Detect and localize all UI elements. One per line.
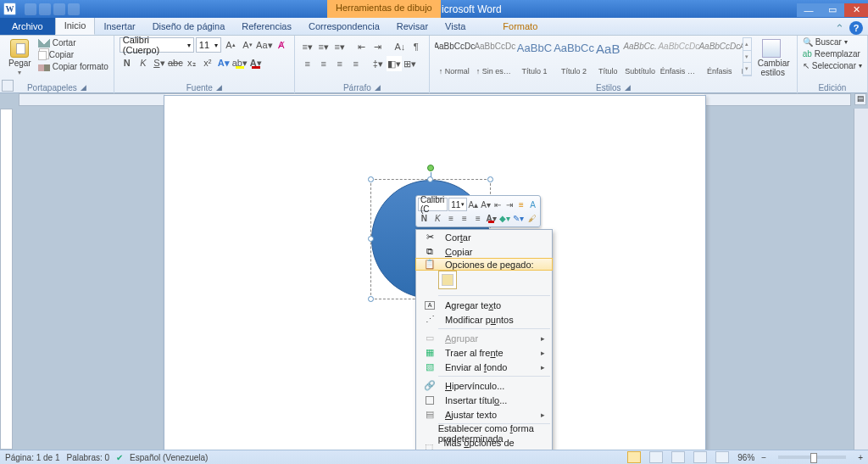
highlight-button[interactable]: ab▾ xyxy=(232,55,248,70)
font-name-combo[interactable]: Calibri (Cuerpo)▾ xyxy=(120,37,194,53)
justify-button[interactable]: ≡ xyxy=(348,56,364,71)
resize-handle-l[interactable] xyxy=(368,236,374,242)
align-right-button[interactable]: ≡ xyxy=(332,56,348,71)
tab-correspondencia[interactable]: Correspondencia xyxy=(300,18,388,35)
tab-selector[interactable] xyxy=(2,80,14,92)
zoom-in-button[interactable]: + xyxy=(858,453,863,462)
mini-align-center[interactable]: ≡ xyxy=(459,211,471,225)
ctx-add-text[interactable]: AAgregar texto xyxy=(416,298,552,312)
ctx-copy[interactable]: ⧉Copiar xyxy=(416,244,552,259)
grow-font-button[interactable]: A▴ xyxy=(223,37,238,53)
vertical-ruler[interactable] xyxy=(0,109,13,450)
mini-inc-indent[interactable]: ⇥ xyxy=(504,198,515,211)
ctx-wrap-text[interactable]: ▤Ajustar texto▸ xyxy=(416,407,552,422)
tab-vista[interactable]: Vista xyxy=(437,18,474,35)
view-draft[interactable] xyxy=(715,451,729,463)
status-words[interactable]: Palabras: 0 xyxy=(67,453,110,462)
tab-diseno-pagina[interactable]: Diseño de página xyxy=(144,18,234,35)
mini-align-right[interactable]: ≡ xyxy=(471,211,484,225)
italic-button[interactable]: K xyxy=(136,55,151,70)
superscript-button[interactable]: x² xyxy=(200,55,215,70)
tab-referencias[interactable]: Referencias xyxy=(233,18,300,35)
qat-customize-icon[interactable] xyxy=(68,3,80,15)
line-spacing-button[interactable]: ‡▾ xyxy=(370,56,386,71)
mini-grow-font[interactable]: A▴ xyxy=(468,198,480,211)
view-print-layout[interactable] xyxy=(627,451,641,463)
underline-button[interactable]: S▾ xyxy=(152,55,167,70)
ctx-insert-caption[interactable]: Insertar título... xyxy=(416,393,552,407)
change-styles-button[interactable]: Cambiar estilos xyxy=(752,37,792,79)
mini-outline-color[interactable]: ✎▾ xyxy=(512,211,525,225)
shading-button[interactable]: ◧▾ xyxy=(387,56,402,71)
zoom-out-button[interactable]: − xyxy=(761,453,766,462)
styles-scroll[interactable]: ▴▾▾ xyxy=(743,37,752,76)
mini-font-combo[interactable]: Calibri (C xyxy=(418,198,448,211)
status-language[interactable]: Español (Venezuela) xyxy=(130,453,208,462)
ctx-cut[interactable]: ✂Cortar xyxy=(416,230,552,244)
align-center-button[interactable]: ≡ xyxy=(316,56,331,71)
styles-gallery[interactable]: AaBbCcDc↑ Normal AaBbCcDc↑ Sin espa... A… xyxy=(435,37,743,76)
change-case-button[interactable]: Aa▾ xyxy=(257,37,272,53)
ctx-paste-options[interactable]: 📋Opciones de pegado: xyxy=(415,258,553,271)
close-button[interactable]: ✕ xyxy=(844,3,868,17)
find-button[interactable]: 🔍Buscar▾ xyxy=(803,37,848,47)
minimize-ribbon-icon[interactable]: ⌃ xyxy=(835,22,844,35)
sort-button[interactable]: A↓ xyxy=(392,39,408,54)
mini-italic[interactable]: K xyxy=(431,211,444,225)
mini-shrink-font[interactable]: A▾ xyxy=(480,198,492,211)
mini-bold[interactable]: N xyxy=(418,211,431,225)
help-icon[interactable]: ? xyxy=(849,21,863,35)
showmarks-button[interactable]: ¶ xyxy=(409,39,424,54)
increase-indent-button[interactable]: ⇥ xyxy=(370,39,386,54)
mini-bullets[interactable]: ≡ xyxy=(515,198,526,211)
view-web-layout[interactable] xyxy=(671,451,685,463)
paragraph-launcher-icon[interactable]: ◢ xyxy=(375,83,381,92)
align-left-button[interactable]: ≡ xyxy=(300,56,315,71)
mini-align-left[interactable]: ≡ xyxy=(445,211,458,225)
strike-button[interactable]: abc xyxy=(168,55,183,70)
font-launcher-icon[interactable]: ◢ xyxy=(216,83,222,92)
font-color-button[interactable]: A▾ xyxy=(248,55,264,70)
styles-launcher-icon[interactable]: ◢ xyxy=(625,83,631,92)
view-full-reading[interactable] xyxy=(649,451,663,463)
subscript-button[interactable]: x₂ xyxy=(184,55,199,70)
tab-insertar[interactable]: Insertar xyxy=(95,18,143,35)
replace-button[interactable]: abReemplazar xyxy=(803,49,860,59)
zoom-level[interactable]: 96% xyxy=(737,453,754,462)
borders-button[interactable]: ⊞▾ xyxy=(403,56,418,71)
numbering-button[interactable]: ≡▾ xyxy=(316,39,331,54)
vertical-scrollbar[interactable] xyxy=(854,109,868,450)
bullets-button[interactable]: ≡▾ xyxy=(300,39,315,54)
tab-inicio[interactable]: Inicio xyxy=(55,16,96,35)
view-outline[interactable] xyxy=(693,451,707,463)
paste-button[interactable]: Pegar ▾ xyxy=(5,37,35,78)
minimize-button[interactable]: — xyxy=(797,3,821,17)
ctx-edit-points[interactable]: ⋰Modificar puntos xyxy=(416,312,552,327)
cut-button[interactable]: Cortar xyxy=(38,37,108,48)
resize-handle-bl[interactable] xyxy=(368,296,374,302)
ctx-bring-front[interactable]: ▦Traer al frente▸ xyxy=(416,345,552,360)
ctx-hyperlink[interactable]: 🔗Hipervínculo... xyxy=(416,378,552,393)
mini-styles[interactable]: A xyxy=(527,198,538,211)
status-proofing-icon[interactable]: ✔ xyxy=(116,453,123,462)
decrease-indent-button[interactable]: ⇤ xyxy=(354,39,370,54)
maximize-button[interactable]: ▭ xyxy=(821,3,844,17)
clear-format-button[interactable]: Ⱥ xyxy=(274,37,289,53)
multilevel-button[interactable]: ≡▾ xyxy=(332,39,348,54)
text-effects-button[interactable]: A▾ xyxy=(216,55,231,70)
resize-handle-tr[interactable] xyxy=(487,176,493,182)
copy-button[interactable]: Copiar xyxy=(38,49,108,60)
select-button[interactable]: ↖Seleccionar▾ xyxy=(803,61,862,70)
qat-undo-icon[interactable] xyxy=(39,3,51,15)
mini-dec-indent[interactable]: ⇤ xyxy=(492,198,504,211)
bold-button[interactable]: N xyxy=(120,55,135,70)
font-size-combo[interactable]: 11▾ xyxy=(196,37,221,53)
mini-format-painter[interactable]: 🖌 xyxy=(526,211,538,225)
zoom-slider[interactable] xyxy=(778,456,846,459)
shrink-font-button[interactable]: A▾ xyxy=(240,37,255,53)
mini-size-combo[interactable]: 11▾ xyxy=(448,198,466,211)
qat-save-icon[interactable] xyxy=(25,3,36,15)
tab-revisar[interactable]: Revisar xyxy=(388,18,437,35)
rotation-handle[interactable] xyxy=(427,165,434,171)
resize-handle-t[interactable] xyxy=(427,176,433,182)
